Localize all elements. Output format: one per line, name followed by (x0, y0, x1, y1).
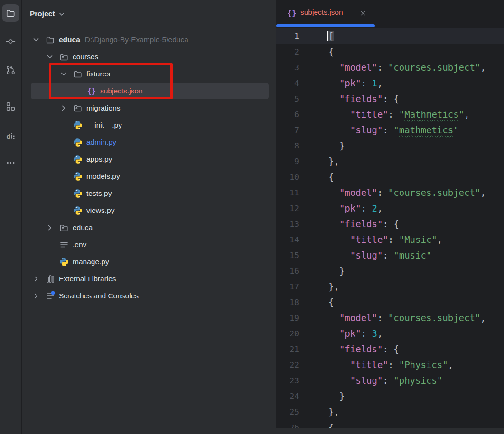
code-line-20[interactable]: 20 "pk": 3, (276, 326, 504, 342)
line-number: 5 (276, 91, 299, 107)
python-file-icon (73, 206, 83, 215)
code-line-7[interactable]: 7 "slug": "mathmetics" (276, 122, 504, 138)
package-file-icon (59, 223, 69, 232)
tool-window-button-commit commit-icon[interactable] (2, 33, 19, 50)
folder-file-icon (46, 35, 55, 45)
code-line-17[interactable]: 17}, (276, 279, 504, 295)
code-token: { (328, 172, 334, 182)
code-line-24[interactable]: 24 } (276, 388, 504, 404)
line-number: 16 (276, 263, 299, 279)
tree-item-scratches-and-consoles[interactable]: Scratches and Consoles (22, 287, 276, 305)
code-text: "pk": 2, (328, 201, 383, 216)
chevron-down-icon[interactable] (32, 36, 40, 44)
tree-item-external-libraries[interactable]: External Libraries (22, 270, 276, 287)
tree-item--init-py[interactable]: __init__.py (22, 117, 276, 134)
code-token: } (328, 266, 345, 276)
tool-window-button-structure structure-icon[interactable] (2, 98, 19, 115)
code-line-22[interactable]: 22 "title": "Physics", (276, 357, 504, 373)
code-token: "fields" (328, 344, 383, 354)
code-line-2[interactable]: 2{ (276, 44, 504, 60)
code-token: " (399, 109, 404, 120)
code-line-14[interactable]: 14 "title": "Music", (276, 232, 504, 248)
tree-item-models-py[interactable]: models.py (22, 168, 276, 185)
code-line-12[interactable]: 12 "pk": 2, (276, 201, 504, 216)
code-line-5[interactable]: 5 "fields": { (276, 91, 504, 107)
json-file-icon: {} (87, 86, 96, 96)
code-token: " (459, 109, 464, 120)
code-line-4[interactable]: 4 "pk": 1, (276, 75, 504, 91)
code-token: : (388, 360, 399, 370)
project-header[interactable]: Project (30, 7, 65, 21)
chevron-down-icon[interactable] (46, 53, 54, 61)
code-token: " (393, 125, 399, 135)
code-token: "title" (350, 109, 388, 120)
code-line-15[interactable]: 15 "slug": "music" (276, 248, 504, 263)
code-line-6[interactable]: 6 "title": "Mathmetics", (276, 107, 504, 122)
code-text: "fields": { (328, 91, 399, 107)
code-token: { (328, 46, 334, 57)
line-number: 23 (276, 373, 299, 388)
tree-item-courses[interactable]: courses (22, 48, 276, 65)
code-line-19[interactable]: 19 "model": "courses.subject", (276, 310, 504, 326)
tree-item-manage-py[interactable]: manage.py (22, 253, 276, 270)
tree-item-views-py[interactable]: views.py (22, 202, 276, 219)
line-number: 9 (276, 154, 299, 169)
code-line-9[interactable]: 9}, (276, 154, 504, 169)
code-text: "fields": { (328, 342, 399, 357)
code-token: , (437, 234, 442, 245)
line-number: 19 (276, 310, 299, 326)
code-token: "fields" (328, 219, 383, 229)
code-text: "model": "courses.subject", (328, 185, 486, 201)
code-line-21[interactable]: 21 "fields": { (276, 342, 504, 357)
typo-token: Mathmetics (404, 109, 458, 120)
code-token: "model" (328, 313, 377, 323)
code-line-3[interactable]: 3 "model": "courses.subject", (276, 60, 504, 75)
tree-item-educa[interactable]: educa (22, 219, 276, 236)
python-file-icon (59, 257, 69, 267)
tree-item-tests-py[interactable]: tests.py (22, 185, 276, 202)
tool-window-button-django-structure django-icon[interactable]: d (2, 127, 19, 145)
tool-window-button-more-tool-windows more-icon[interactable] (2, 154, 19, 172)
code-line-1[interactable]: 1[ (276, 28, 504, 44)
code-line-23[interactable]: 23 "slug": "physics" (276, 373, 504, 388)
tree-item--env[interactable]: .env (22, 236, 276, 253)
tab-subjects-json[interactable]: {} subjects.json (276, 0, 375, 27)
close-icon[interactable] (359, 9, 367, 17)
code-line-13[interactable]: 13 "fields": { (276, 216, 504, 232)
chevron-right-icon[interactable] (46, 223, 54, 232)
code-line-25[interactable]: 25}, (276, 404, 504, 420)
code-line-18[interactable]: 18{ (276, 295, 504, 310)
chevron-right-icon[interactable] (32, 292, 40, 300)
library-file-icon (46, 274, 55, 284)
tree-item-migrations[interactable]: migrations (22, 100, 276, 117)
tree-item-apps-py[interactable]: apps.py (22, 151, 276, 168)
tree-item-label: migrations (86, 100, 121, 117)
chevron-right-icon[interactable] (32, 275, 40, 283)
project-path: D:\Django-By-Example-5\educa (85, 36, 188, 44)
code-line-11[interactable]: 11 "model": "courses.subject", (276, 185, 504, 201)
code-text: "title": "Physics", (328, 357, 453, 373)
code-text: [ (328, 28, 334, 44)
tree-item-admin-py[interactable]: admin.py (22, 134, 276, 151)
code-token (328, 360, 350, 370)
code-line-8[interactable]: 8 } (276, 138, 504, 154)
code-token: "Music" (399, 234, 437, 245)
tree-item-fixtures[interactable]: fixtures (22, 65, 276, 83)
code-text: "pk": 1, (328, 75, 383, 91)
code-token: : (377, 313, 388, 323)
line-number: 24 (276, 388, 299, 404)
code-token (328, 250, 350, 260)
tree-item-subjects-json[interactable]: {}subjects.json (22, 83, 276, 100)
tool-window-button-version-control branch-icon[interactable] (2, 61, 19, 79)
tool-window-button-project folder-icon[interactable] (2, 4, 19, 22)
chevron-down-icon[interactable] (59, 70, 68, 78)
chevron-right-icon[interactable] (59, 104, 68, 112)
code-text: { (328, 295, 334, 310)
folder-file-icon (73, 69, 83, 79)
tree-item-educa[interactable]: educaD:\Django-By-Example-5\educa (22, 31, 276, 48)
code-line-10[interactable]: 10{ (276, 169, 504, 185)
tree-item-label: subjects.json (100, 83, 143, 100)
code-token: , (377, 328, 383, 339)
tree-item-label: courses (73, 48, 98, 65)
code-line-16[interactable]: 16 } (276, 263, 504, 279)
